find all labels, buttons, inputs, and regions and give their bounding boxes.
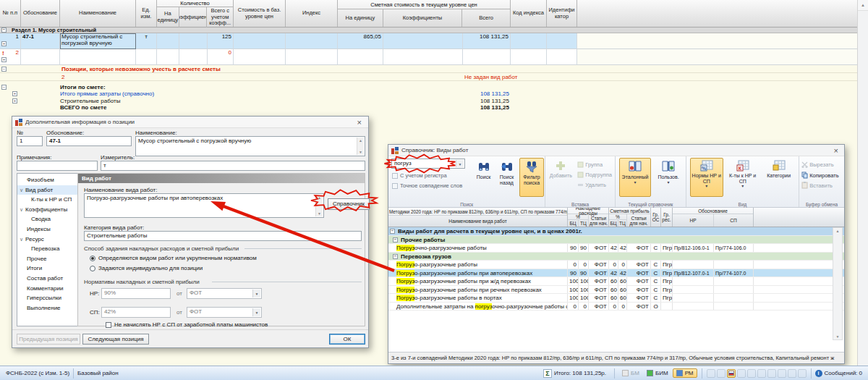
filter-search-button[interactable]: Фильтр поиска [519, 158, 544, 197]
totals-row-construction[interactable]: + Строительные работы 108 131,25 [0, 98, 857, 105]
search-back-button[interactable]: Поиск назад [495, 158, 518, 197]
tool-icon[interactable] [767, 369, 776, 378]
totals-row-direct[interactable]: + Итого прямые затраты (справочно) 108 1… [0, 90, 857, 98]
cargo-transport-group-row[interactable]: −Перевозка грузов [388, 253, 844, 261]
nav-item-prochee[interactable]: Прочее [17, 254, 78, 264]
col-qty-coeff[interactable]: Коэффициен... [179, 7, 208, 28]
bim-toggle[interactable]: БИМ [644, 369, 671, 377]
collapse-icon[interactable]: − [1, 85, 7, 90]
work-name-field[interactable]: Погрузо-разгрузочные работы при автопере… [84, 193, 324, 218]
sigma-icon[interactable]: Σ [543, 369, 552, 378]
nr-value-field[interactable]: 90% [101, 288, 171, 299]
subgroup-button[interactable]: Подгруппа [577, 172, 612, 178]
name-field[interactable]: Мусор строительный с погрузкой вручную ▲… [135, 136, 365, 156]
col-qty-unit[interactable]: На единицу [157, 7, 179, 28]
col-name[interactable]: Наименование [60, 0, 136, 27]
collapse-icon[interactable]: − [1, 67, 7, 72]
collapse-icon[interactable]: − [393, 254, 398, 259]
row2-qty-total[interactable]: 0 [208, 49, 234, 65]
nav-item-svodka[interactable]: Сводка [17, 214, 78, 224]
row1-basis[interactable]: 47-1 [21, 33, 60, 49]
coeffs-nr-sp-button[interactable]: К К-ты к НР и СП▾ [726, 158, 760, 197]
tool-icon[interactable] [707, 369, 715, 378]
work-type-row[interactable]: Дополнительные затраты на погрузочно-раз… [388, 303, 844, 311]
work-type-row[interactable]: Погрузо-разгрузочные работы при ж/д пере… [388, 277, 844, 286]
col-cur-total[interactable]: Всего [462, 9, 510, 27]
row1-cur-unit[interactable]: 865,05 [338, 33, 383, 49]
no-nr-sp-checkbox[interactable]: Не начислять НР с СП от заработной платы… [106, 321, 268, 328]
tool-icon[interactable] [798, 369, 807, 378]
search-input[interactable]: погруз▼ [391, 159, 465, 169]
scroll-arrows[interactable]: ▲▼ [357, 138, 364, 155]
ok-button[interactable]: ОК [329, 334, 365, 345]
col-cur-coeff[interactable]: Коэффициенты [383, 9, 463, 27]
impossible-positions-row[interactable]: − Позиции, которые невозможно учесть в р… [0, 65, 857, 73]
estimate-row-2[interactable]: !2+ 0 [0, 49, 857, 65]
case-sensitive-checkbox[interactable]: С учетом регистра [392, 172, 447, 179]
paste-button[interactable]: Вставить [801, 182, 833, 189]
nav-item-sostav-rabot[interactable]: Состав работ [17, 274, 78, 284]
add-button[interactable]: Добавить [548, 158, 574, 197]
collapse-icon[interactable]: − [393, 237, 398, 242]
sp-source-select[interactable]: ФОТ▼ [187, 307, 262, 318]
rm-toggle[interactable]: РМ [673, 368, 697, 378]
nav-item-giperssylki[interactable]: Гиперссылки [17, 293, 78, 303]
notes-field[interactable] [17, 161, 98, 171]
row1-name-cell[interactable]: Мусор строительный с погрузкой вручную [60, 33, 136, 49]
other-works-group-row[interactable]: −Прочие работы [388, 236, 844, 245]
col-unit[interactable]: Ед. изм. [136, 0, 157, 27]
col-index-code[interactable]: Код индекса [511, 0, 547, 27]
nav-item-perevozka[interactable]: Перевозка [17, 244, 78, 254]
tool-icon[interactable] [757, 369, 766, 378]
expand-icon[interactable]: + [12, 98, 17, 104]
section-row[interactable]: − Раздел 1. Мусор строительный [0, 28, 857, 33]
delete-button[interactable]: Удалить [577, 182, 606, 188]
copy-button[interactable]: Копировать [801, 172, 838, 179]
tool-icon[interactable] [788, 369, 796, 378]
col-identifier[interactable]: Идентификатор [547, 0, 577, 27]
exact-match-checkbox[interactable]: Точное совпадение слов [392, 182, 462, 189]
row1-cur-total[interactable]: 108 131,25 [463, 33, 511, 49]
impossible-count-row[interactable]: 2 Не задан вид работ [0, 73, 857, 81]
category-field[interactable]: Строительные работы [84, 231, 362, 241]
close-icon[interactable]: × [354, 118, 365, 127]
work-type-row[interactable]: Погрузочно-разгрузочные работы 9090ФОТ 4… [388, 244, 844, 253]
work-type-row[interactable]: Погрузо-разгрузочные работы в портах 100… [388, 294, 844, 303]
categories-button[interactable]: Категории [762, 158, 796, 197]
next-position-button[interactable]: Следующая позиция [82, 334, 149, 345]
col-quantity-group[interactable]: Количество На единицу Коэффициен... Всег… [157, 0, 234, 27]
tool-icon[interactable] [717, 369, 726, 378]
col-base-cost[interactable]: Стоимость в баз. уровне цен [234, 0, 286, 27]
reference-vertical-scrollbar[interactable]: ▲▼ [833, 227, 843, 340]
totals-row-grand[interactable]: ВСЕГО по смете 108 131,25 [0, 104, 857, 111]
scroll-up-icon[interactable]: ▲ [858, 0, 868, 11]
norms-nr-sp-button[interactable]: % Нормы НР и СП▾ [690, 158, 723, 197]
expand-icon[interactable]: + [12, 91, 17, 96]
nr-source-select[interactable]: ФОТ▼ [187, 288, 262, 299]
radio-by-work-type[interactable]: Определяются видом работ или укрупненным… [90, 255, 257, 261]
etalon-reference-button[interactable]: Эталонный▾ [619, 158, 651, 197]
expand-icon[interactable]: + [1, 57, 7, 62]
tool-icon[interactable] [778, 369, 786, 378]
col-num[interactable]: № п.п [0, 0, 21, 27]
nav-item-vypolnenie[interactable]: Выполнение [17, 303, 78, 313]
expand-icon[interactable]: + [1, 41, 7, 46]
dialog-titlebar[interactable]: Дополнительная информация о позиции × [12, 117, 368, 128]
row1-unit[interactable]: т [136, 33, 157, 49]
bm-toggle[interactable]: БМ [619, 369, 642, 377]
row1-qty-total[interactable]: 125 [208, 33, 234, 49]
work-types-group-row[interactable]: −Виды работ для расчета в текущем уровне… [388, 227, 844, 236]
nav-item-indeksy[interactable]: Индексы [17, 224, 78, 235]
radio-individual[interactable]: Задаются индивидуально для позиции [90, 265, 203, 271]
prev-position-button[interactable]: Предыдущая позиция [17, 334, 80, 345]
close-icon[interactable]: × [831, 146, 841, 155]
work-type-row[interactable]: Погрузо-разгрузочные работы 00ФОТ 00ФОТ … [388, 261, 844, 269]
group-button[interactable]: Группа [577, 161, 603, 168]
work-type-row[interactable]: Погрузо-разгрузочные работы при речных п… [388, 286, 844, 295]
nav-item-vid-rabot[interactable]: ∨Вид работ [17, 185, 78, 195]
totals-header-row[interactable]: − Итоги по смете: [0, 84, 857, 90]
nav-item-kommentarii[interactable]: Комментарии [17, 284, 78, 294]
work-type-row-selected[interactable]: Погрузо-разгрузочные работы при автопере… [388, 269, 844, 278]
col-basis[interactable]: Обоснование [21, 0, 60, 27]
search-button[interactable]: Поиск [472, 158, 495, 197]
